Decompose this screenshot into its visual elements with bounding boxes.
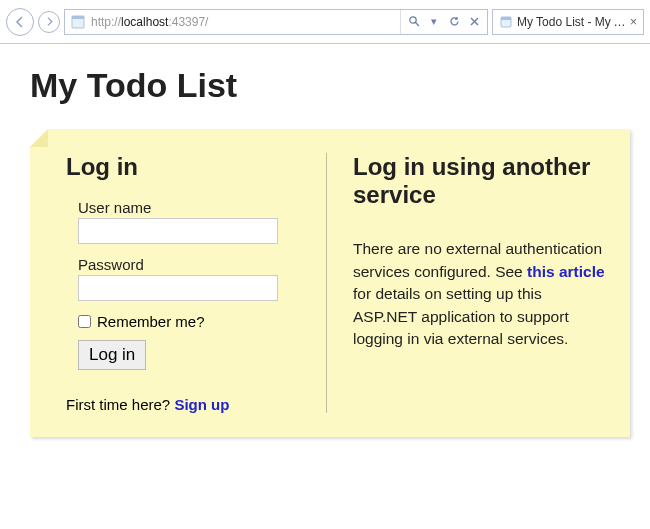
tab-favicon-icon (499, 15, 513, 29)
page-favicon-icon (69, 13, 87, 31)
username-input[interactable] (78, 218, 278, 244)
username-label: User name (78, 199, 308, 216)
signup-link[interactable]: Sign up (174, 396, 229, 413)
search-icon[interactable] (405, 13, 423, 31)
page-title: My Todo List (30, 66, 642, 105)
address-text: http://localhost:43397/ (91, 15, 400, 29)
arrow-left-icon (13, 15, 27, 29)
back-button[interactable] (6, 8, 34, 36)
remember-label: Remember me? (97, 313, 205, 330)
external-article-link[interactable]: this article (527, 263, 605, 280)
login-button[interactable]: Log in (78, 340, 146, 370)
external-text: There are no external authentication ser… (353, 238, 606, 350)
tab-title: My Todo List - My A... (517, 15, 626, 29)
signup-prefix: First time here? (66, 396, 174, 413)
browser-tab[interactable]: My Todo List - My A... × (492, 9, 644, 35)
svg-rect-7 (501, 17, 511, 20)
tab-close-icon[interactable]: × (630, 15, 637, 29)
svg-line-3 (415, 23, 419, 27)
signup-row: First time here? Sign up (66, 396, 308, 413)
forward-button[interactable] (38, 11, 60, 33)
remember-checkbox[interactable] (78, 315, 91, 328)
password-input[interactable] (78, 275, 278, 301)
browser-toolbar: http://localhost:43397/ ▾ My Todo List -… (0, 0, 650, 44)
page-viewport: My Todo List Log in User name Password R… (0, 44, 650, 529)
address-right-controls: ▾ (400, 10, 487, 34)
login-card: Log in User name Password Remember me? L… (30, 129, 630, 437)
svg-rect-1 (72, 16, 84, 19)
external-login-column: Log in using another service There are n… (326, 153, 606, 413)
external-heading: Log in using another service (353, 153, 606, 208)
password-label: Password (78, 256, 308, 273)
svg-point-2 (409, 17, 415, 23)
dropdown-icon[interactable]: ▾ (425, 13, 443, 31)
arrow-right-icon (44, 16, 55, 27)
login-column: Log in User name Password Remember me? L… (66, 153, 326, 413)
login-heading: Log in (66, 153, 308, 181)
refresh-icon[interactable] (445, 13, 463, 31)
address-bar[interactable]: http://localhost:43397/ ▾ (64, 9, 488, 35)
stop-icon[interactable] (465, 13, 483, 31)
